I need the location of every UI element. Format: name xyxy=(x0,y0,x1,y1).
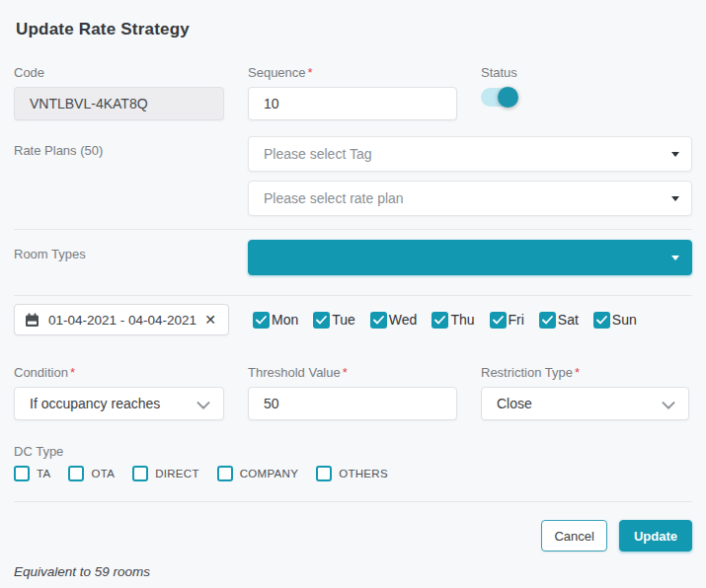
rate-plans-label: Rate Plans (50) xyxy=(14,143,248,158)
toggle-thumb xyxy=(498,87,518,108)
dc-checkbox-others[interactable]: OTHERS xyxy=(316,466,388,481)
checkbox-unchecked-icon xyxy=(68,466,84,481)
sequence-label: Sequence* xyxy=(248,65,457,80)
date-days-row: 01-04-2021 - 04-04-2021 ✕ Mon Tue Wed Th… xyxy=(14,304,692,335)
threshold-field-group: Threshold Value* xyxy=(248,365,457,420)
date-range-picker[interactable]: 01-04-2021 - 04-04-2021 ✕ xyxy=(14,304,229,335)
weekday-checkbox-mon[interactable]: Mon xyxy=(253,312,298,329)
status-field-group: Status xyxy=(481,65,689,120)
threshold-field[interactable] xyxy=(248,387,457,420)
required-asterisk: * xyxy=(343,365,348,380)
caret-down-icon xyxy=(671,196,679,201)
rate-plan-select[interactable]: Please select rate plan xyxy=(248,181,692,216)
restriction-type-select[interactable]: Close xyxy=(481,387,689,420)
clear-date-icon[interactable]: ✕ xyxy=(202,313,218,327)
weekday-checkbox-wed[interactable]: Wed xyxy=(370,312,418,329)
update-rate-strategy-form: Update Rate Strategy Code Sequence* Stat… xyxy=(0,0,706,588)
date-range-value: 01-04-2021 - 04-04-2021 xyxy=(48,313,202,328)
dc-checkbox-ta[interactable]: TA xyxy=(14,466,50,481)
checkbox-checked-icon xyxy=(539,312,556,329)
cancel-button[interactable]: Cancel xyxy=(541,520,606,551)
condition-select[interactable]: If occupancy reaches xyxy=(14,387,224,420)
divider xyxy=(14,295,692,296)
weekday-checkbox-tue[interactable]: Tue xyxy=(313,312,355,329)
checkbox-checked-icon xyxy=(593,312,610,329)
condition-row: Condition* If occupancy reaches Threshol… xyxy=(14,365,692,420)
restriction-type-select-value: Close xyxy=(497,396,532,411)
caret-down-icon xyxy=(671,152,679,157)
dc-checkbox-ota[interactable]: OTA xyxy=(68,466,115,481)
sequence-field[interactable] xyxy=(248,87,457,120)
room-types-select[interactable] xyxy=(248,240,692,275)
weekday-checkbox-thu[interactable]: Thu xyxy=(431,312,474,329)
checkbox-unchecked-icon xyxy=(316,466,332,481)
divider xyxy=(14,229,692,230)
restriction-type-label: Restriction Type* xyxy=(481,365,689,380)
code-sequence-status-row: Code Sequence* Status xyxy=(14,65,692,120)
weekday-checkbox-group: Mon Tue Wed Thu Fri Sat xyxy=(253,312,637,329)
checkbox-unchecked-icon xyxy=(217,466,233,481)
status-toggle[interactable] xyxy=(481,88,517,107)
checkbox-unchecked-icon xyxy=(14,466,30,481)
equivalent-rooms-note: Equivalent to 59 rooms xyxy=(14,564,692,579)
weekday-checkbox-fri[interactable]: Fri xyxy=(490,312,524,329)
rate-plan-select-placeholder: Please select rate plan xyxy=(264,190,404,206)
checkbox-checked-icon xyxy=(490,312,507,329)
dc-checkbox-direct[interactable]: DIRECT xyxy=(132,466,199,481)
room-types-label: Room Types xyxy=(14,247,248,261)
chevron-down-icon xyxy=(662,398,675,413)
condition-field-group: Condition* If occupancy reaches xyxy=(14,365,224,420)
weekday-checkbox-sat[interactable]: Sat xyxy=(539,312,579,329)
required-asterisk: * xyxy=(308,65,313,80)
condition-select-value: If occupancy reaches xyxy=(30,396,160,411)
update-button[interactable]: Update xyxy=(619,520,692,551)
dc-checkbox-company[interactable]: COMPANY xyxy=(217,466,298,481)
calendar-icon xyxy=(25,313,39,328)
required-asterisk: * xyxy=(70,365,75,380)
code-field xyxy=(14,87,224,120)
tag-select-placeholder: Please select Tag xyxy=(264,146,371,162)
restriction-field-group: Restriction Type* Close xyxy=(481,365,689,420)
rate-plans-row: Rate Plans (50) Please select Tag Please… xyxy=(14,136,692,216)
caret-down-icon xyxy=(671,256,679,260)
divider xyxy=(14,501,692,502)
code-field-group: Code xyxy=(14,65,224,120)
weekday-checkbox-sun[interactable]: Sun xyxy=(593,312,637,329)
page-title: Update Rate Strategy xyxy=(16,20,692,39)
status-label: Status xyxy=(481,65,689,80)
threshold-label: Threshold Value* xyxy=(248,365,457,380)
checkbox-checked-icon xyxy=(313,312,330,329)
room-types-row: Room Types xyxy=(14,240,692,275)
sequence-field-group: Sequence* xyxy=(248,65,457,120)
required-asterisk: * xyxy=(575,365,580,380)
form-actions: Cancel Update xyxy=(14,520,692,551)
checkbox-checked-icon xyxy=(370,312,387,329)
dc-type-section: DC Type TA OTA DIRECT COMPANY OTHERS xyxy=(14,444,692,481)
checkbox-checked-icon xyxy=(253,312,270,329)
tag-select[interactable]: Please select Tag xyxy=(248,136,692,172)
code-label: Code xyxy=(14,65,224,80)
dc-type-checkbox-group: TA OTA DIRECT COMPANY OTHERS xyxy=(14,466,692,481)
checkbox-checked-icon xyxy=(431,312,448,329)
checkbox-unchecked-icon xyxy=(132,466,148,481)
condition-label: Condition* xyxy=(14,365,224,380)
dc-type-label: DC Type xyxy=(14,444,692,459)
chevron-down-icon xyxy=(196,398,210,413)
